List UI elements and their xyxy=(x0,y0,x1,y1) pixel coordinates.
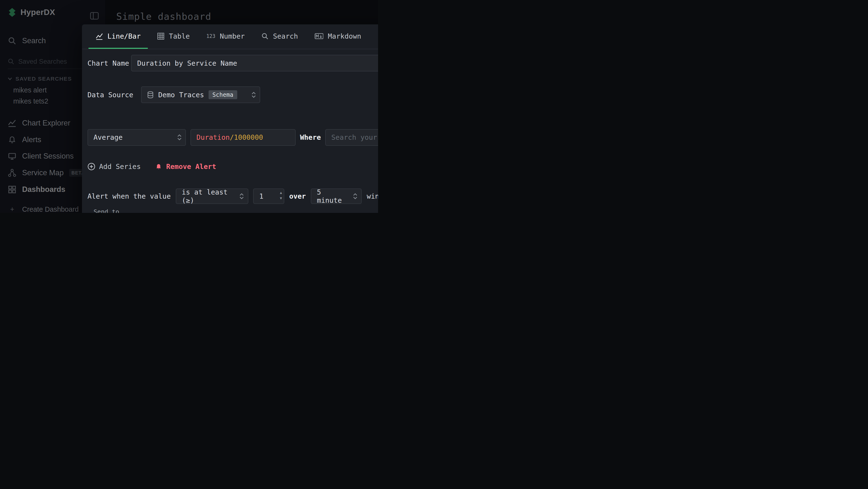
data-source-select[interactable]: Demo Traces Schema xyxy=(141,86,260,103)
line-chart-icon xyxy=(96,33,103,40)
alert-condition-select[interactable]: is at least (≥) xyxy=(176,189,248,204)
chevron-updown-icon xyxy=(240,193,244,200)
table-icon xyxy=(157,33,164,40)
where-label: Where xyxy=(300,133,321,141)
alert-prefix-label: Alert when the value xyxy=(88,192,171,200)
markdown-icon xyxy=(315,33,323,39)
chevron-updown-icon xyxy=(251,91,256,98)
over-label: over xyxy=(289,192,306,200)
plus-circle-icon xyxy=(88,163,95,170)
tab-line-bar[interactable]: Line/Bar xyxy=(89,24,148,49)
chart-name-input[interactable] xyxy=(131,55,378,71)
search-icon xyxy=(261,33,269,40)
window-via-label: window via xyxy=(367,192,378,200)
tab-search[interactable]: Search xyxy=(254,24,305,49)
number-icon: 123 xyxy=(207,33,215,39)
database-icon xyxy=(147,91,154,98)
remove-alert-button[interactable]: Remove Alert xyxy=(155,163,216,171)
chevron-updown-icon xyxy=(353,193,357,200)
number-spinner[interactable]: ▲▼ xyxy=(280,190,282,201)
tab-number[interactable]: 123 Number xyxy=(199,24,252,49)
where-placeholder: Search your events w/ Lucene ex. column:… xyxy=(331,133,378,141)
app-root: HyperDX Search Saved Searches SAVED SEAR… xyxy=(0,0,378,213)
send-to-label: Send to xyxy=(94,208,119,213)
tab-markdown[interactable]: Markdown xyxy=(307,24,368,49)
edit-chart-modal: Line/Bar Table 123 Number Search Markdow… xyxy=(82,24,378,213)
bell-icon xyxy=(155,163,162,170)
chart-type-tabs: Line/Bar Table 123 Number Search Markdow… xyxy=(82,24,378,49)
add-series-button[interactable]: Add Series xyxy=(88,163,141,171)
data-source-label: Data Source xyxy=(88,91,141,99)
tab-table[interactable]: Table xyxy=(150,24,197,49)
data-source-value: Demo Traces xyxy=(158,91,204,99)
where-search-input[interactable]: Search your events w/ Lucene ex. column:… xyxy=(325,129,378,146)
alert-window-select[interactable]: 5 minute xyxy=(311,189,362,204)
schema-badge: Schema xyxy=(209,90,237,99)
chevron-updown-icon xyxy=(177,134,182,141)
aggregation-select[interactable]: Average xyxy=(88,129,186,146)
field-input[interactable]: Duration/1000000 xyxy=(190,129,296,146)
alert-threshold-input[interactable] xyxy=(253,189,284,204)
chart-name-label: Chart Name xyxy=(88,59,131,67)
